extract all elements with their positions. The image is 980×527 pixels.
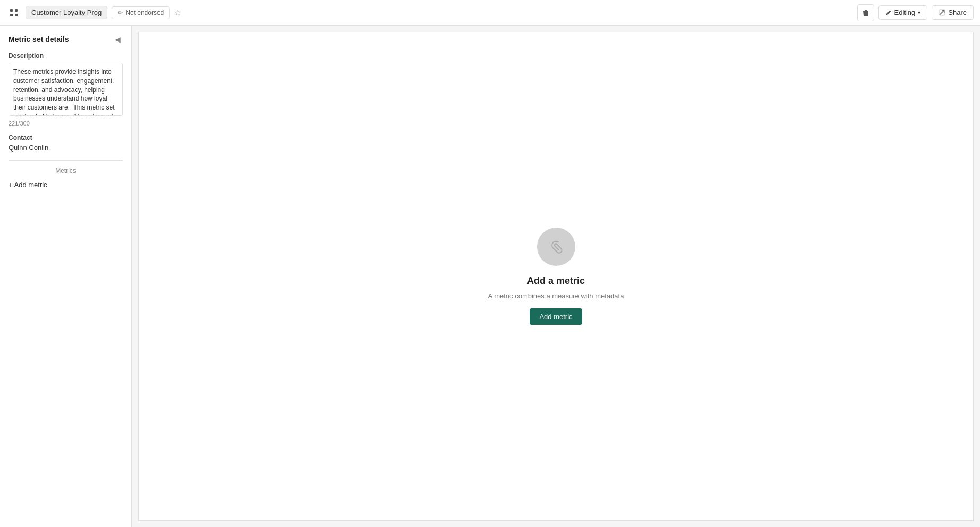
chevron-down-icon: ▾ [918, 10, 920, 15]
empty-icon-circle [537, 228, 575, 266]
divider [9, 160, 123, 161]
add-metric-sidebar-button[interactable]: + Add metric [9, 180, 47, 190]
topbar-right: Editing ▾ Share [857, 4, 974, 21]
char-count: 221/300 [9, 120, 123, 127]
share-button[interactable]: Share [932, 5, 974, 20]
svg-rect-1 [15, 9, 18, 12]
contact-value: Quinn Conlin [9, 144, 123, 152]
metrics-section-label: Metrics [9, 167, 123, 174]
sidebar-title: Metric set details [9, 35, 69, 44]
collapse-icon: ◀ [115, 35, 121, 44]
star-button[interactable]: ☆ [174, 7, 181, 18]
sidebar: Metric set details ◀ Description 221/300… [0, 26, 132, 527]
topbar-left: Customer Loyalty Prog ✏ Not endorsed ☆ [6, 5, 853, 20]
not-endorsed-button[interactable]: ✏ Not endorsed [112, 6, 170, 19]
metric-panel: Add a metric A metric combines a measure… [138, 32, 974, 521]
empty-state: Add a metric A metric combines a measure… [488, 228, 624, 325]
paperclip-icon [548, 238, 565, 255]
breadcrumb-label: Customer Loyalty Prog [31, 9, 102, 16]
empty-state-title: Add a metric [527, 275, 585, 287]
share-label: Share [948, 9, 967, 16]
star-icon: ☆ [174, 8, 181, 17]
main-layout: Metric set details ◀ Description 221/300… [0, 26, 980, 527]
pencil-icon: ✏ [118, 9, 123, 16]
editing-button[interactable]: Editing ▾ [878, 5, 928, 20]
svg-rect-2 [10, 14, 13, 16]
add-metric-main-button[interactable]: Add metric [530, 308, 582, 325]
grid-icon-button[interactable] [6, 5, 21, 20]
svg-rect-0 [10, 9, 13, 12]
svg-rect-3 [15, 14, 18, 16]
description-label: Description [9, 52, 123, 60]
editing-label: Editing [894, 9, 916, 16]
description-textarea[interactable] [9, 63, 123, 116]
sidebar-header: Metric set details ◀ [9, 34, 123, 45]
breadcrumb-tab[interactable]: Customer Loyalty Prog [26, 6, 107, 19]
not-endorsed-label: Not endorsed [125, 9, 164, 16]
topbar: Customer Loyalty Prog ✏ Not endorsed ☆ E… [0, 0, 980, 26]
content-area: Add a metric A metric combines a measure… [132, 26, 980, 527]
empty-state-subtitle: A metric combines a measure with metadat… [488, 292, 624, 300]
delete-button[interactable] [857, 4, 874, 21]
add-metric-link-label: + Add metric [9, 181, 47, 189]
collapse-button[interactable]: ◀ [113, 34, 123, 45]
contact-label: Contact [9, 134, 123, 141]
